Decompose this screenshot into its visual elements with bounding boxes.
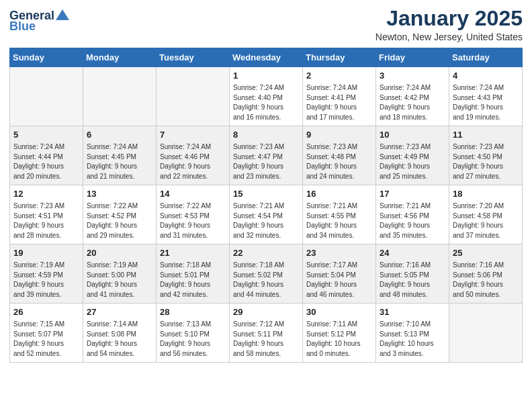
day-info: Sunrise: 7:14 AMSunset: 5:08 PMDaylight:… [87,320,152,359]
day-info: Sunrise: 7:23 AMSunset: 4:50 PMDaylight:… [453,142,519,181]
day-number: 13 [87,188,152,200]
day-number: 21 [160,247,226,259]
calendar-cell: 9Sunrise: 7:23 AMSunset: 4:48 PMDaylight… [303,126,376,185]
day-number: 26 [13,306,79,318]
calendar-cell: 13Sunrise: 7:22 AMSunset: 4:52 PMDayligh… [83,185,157,244]
calendar-week-row: 26Sunrise: 7:15 AMSunset: 5:07 PMDayligh… [10,304,523,363]
day-number: 5 [13,129,79,141]
day-number: 23 [306,247,372,259]
day-info: Sunrise: 7:24 AMSunset: 4:40 PMDaylight:… [233,83,299,122]
calendar-cell: 23Sunrise: 7:17 AMSunset: 5:04 PMDayligh… [303,244,376,304]
calendar-cell: 26Sunrise: 7:15 AMSunset: 5:07 PMDayligh… [10,304,83,363]
header: General Blue January 2025 Newton, New Je… [9,7,523,42]
day-info: Sunrise: 7:18 AMSunset: 5:02 PMDaylight:… [233,261,299,300]
weekday-header-thursday: Thursday [303,48,376,67]
day-info: Sunrise: 7:24 AMSunset: 4:43 PMDaylight:… [453,83,519,122]
day-number: 19 [13,247,79,259]
day-info: Sunrise: 7:24 AMSunset: 4:41 PMDaylight:… [306,83,372,122]
day-info: Sunrise: 7:17 AMSunset: 5:04 PMDaylight:… [306,261,372,300]
day-info: Sunrise: 7:10 AMSunset: 5:13 PMDaylight:… [380,320,445,359]
weekday-header-friday: Friday [376,48,449,67]
day-info: Sunrise: 7:21 AMSunset: 4:54 PMDaylight:… [233,201,299,240]
day-info: Sunrise: 7:23 AMSunset: 4:48 PMDaylight:… [306,142,372,181]
calendar-cell: 29Sunrise: 7:12 AMSunset: 5:11 PMDayligh… [230,304,303,363]
day-info: Sunrise: 7:24 AMSunset: 4:45 PMDaylight:… [87,142,152,181]
calendar-cell: 4Sunrise: 7:24 AMSunset: 4:43 PMDaylight… [449,67,523,126]
day-number: 16 [306,188,372,200]
day-number: 27 [87,306,152,318]
calendar-cell: 30Sunrise: 7:11 AMSunset: 5:12 PMDayligh… [303,304,376,363]
calendar-cell [83,67,157,126]
day-info: Sunrise: 7:15 AMSunset: 5:07 PMDaylight:… [13,320,79,359]
day-number: 30 [306,306,372,318]
calendar-cell: 1Sunrise: 7:24 AMSunset: 4:40 PMDaylight… [230,67,303,126]
calendar-week-row: 12Sunrise: 7:23 AMSunset: 4:51 PMDayligh… [10,185,523,244]
day-info: Sunrise: 7:16 AMSunset: 5:05 PMDaylight:… [380,261,445,300]
day-info: Sunrise: 7:23 AMSunset: 4:47 PMDaylight:… [233,142,299,181]
day-info: Sunrise: 7:22 AMSunset: 4:53 PMDaylight:… [160,201,226,240]
calendar-cell: 28Sunrise: 7:13 AMSunset: 5:10 PMDayligh… [157,304,230,363]
calendar-cell: 6Sunrise: 7:24 AMSunset: 4:45 PMDaylight… [83,126,157,185]
day-number: 7 [160,129,226,141]
calendar-table: SundayMondayTuesdayWednesdayThursdayFrid… [9,48,523,363]
svg-marker-0 [56,9,69,20]
calendar-cell: 10Sunrise: 7:23 AMSunset: 4:49 PMDayligh… [376,126,449,185]
calendar-cell: 21Sunrise: 7:18 AMSunset: 5:01 PMDayligh… [157,244,230,304]
day-info: Sunrise: 7:24 AMSunset: 4:42 PMDaylight:… [380,83,445,122]
calendar-cell: 18Sunrise: 7:20 AMSunset: 4:58 PMDayligh… [449,185,523,244]
day-number: 22 [233,247,299,259]
calendar-cell: 5Sunrise: 7:24 AMSunset: 4:44 PMDaylight… [10,126,83,185]
calendar-cell: 2Sunrise: 7:24 AMSunset: 4:41 PMDaylight… [303,67,376,126]
weekday-header-monday: Monday [83,48,157,67]
day-number: 25 [453,247,519,259]
day-number: 31 [380,306,445,318]
calendar-cell: 16Sunrise: 7:21 AMSunset: 4:55 PMDayligh… [303,185,376,244]
day-info: Sunrise: 7:18 AMSunset: 5:01 PMDaylight:… [160,261,226,300]
calendar-cell: 24Sunrise: 7:16 AMSunset: 5:05 PMDayligh… [376,244,449,304]
day-info: Sunrise: 7:21 AMSunset: 4:55 PMDaylight:… [306,201,372,240]
calendar-cell: 20Sunrise: 7:19 AMSunset: 5:00 PMDayligh… [83,244,157,304]
day-number: 9 [306,129,372,141]
calendar-cell [10,67,83,126]
day-number: 12 [13,188,79,200]
day-info: Sunrise: 7:12 AMSunset: 5:11 PMDaylight:… [233,320,299,359]
logo-blue-text: Blue [9,20,36,32]
day-number: 29 [233,306,299,318]
day-number: 3 [380,70,445,82]
day-number: 6 [87,129,152,141]
calendar-week-row: 1Sunrise: 7:24 AMSunset: 4:40 PMDaylight… [10,67,523,126]
calendar-cell: 22Sunrise: 7:18 AMSunset: 5:02 PMDayligh… [230,244,303,304]
day-info: Sunrise: 7:23 AMSunset: 4:49 PMDaylight:… [380,142,445,181]
day-number: 15 [233,188,299,200]
day-info: Sunrise: 7:24 AMSunset: 4:46 PMDaylight:… [160,142,226,181]
day-number: 10 [380,129,445,141]
weekday-header-wednesday: Wednesday [230,48,303,67]
location: Newton, New Jersey, United States [375,32,523,42]
logo-icon [56,9,69,20]
day-info: Sunrise: 7:24 AMSunset: 4:44 PMDaylight:… [13,142,79,181]
calendar-cell: 14Sunrise: 7:22 AMSunset: 4:53 PMDayligh… [157,185,230,244]
day-number: 28 [160,306,226,318]
day-number: 18 [453,188,519,200]
weekday-header-sunday: Sunday [10,48,83,67]
calendar-wrapper: General Blue January 2025 Newton, New Je… [0,0,532,372]
day-info: Sunrise: 7:20 AMSunset: 4:58 PMDaylight:… [453,201,519,240]
day-info: Sunrise: 7:19 AMSunset: 5:00 PMDaylight:… [87,261,152,300]
weekday-header-saturday: Saturday [449,48,523,67]
day-info: Sunrise: 7:16 AMSunset: 5:06 PMDaylight:… [453,261,519,300]
day-number: 1 [233,70,299,82]
day-number: 17 [380,188,445,200]
day-info: Sunrise: 7:22 AMSunset: 4:52 PMDaylight:… [87,201,152,240]
calendar-cell: 31Sunrise: 7:10 AMSunset: 5:13 PMDayligh… [376,304,449,363]
day-info: Sunrise: 7:13 AMSunset: 5:10 PMDaylight:… [160,320,226,359]
calendar-cell: 19Sunrise: 7:19 AMSunset: 4:59 PMDayligh… [10,244,83,304]
title-section: January 2025 Newton, New Jersey, United … [375,7,523,42]
calendar-cell: 12Sunrise: 7:23 AMSunset: 4:51 PMDayligh… [10,185,83,244]
day-info: Sunrise: 7:23 AMSunset: 4:51 PMDaylight:… [13,201,79,240]
day-number: 4 [453,70,519,82]
calendar-cell: 3Sunrise: 7:24 AMSunset: 4:42 PMDaylight… [376,67,449,126]
month-title: January 2025 [375,7,523,30]
calendar-cell [157,67,230,126]
day-number: 24 [380,247,445,259]
calendar-week-row: 5Sunrise: 7:24 AMSunset: 4:44 PMDaylight… [10,126,523,185]
